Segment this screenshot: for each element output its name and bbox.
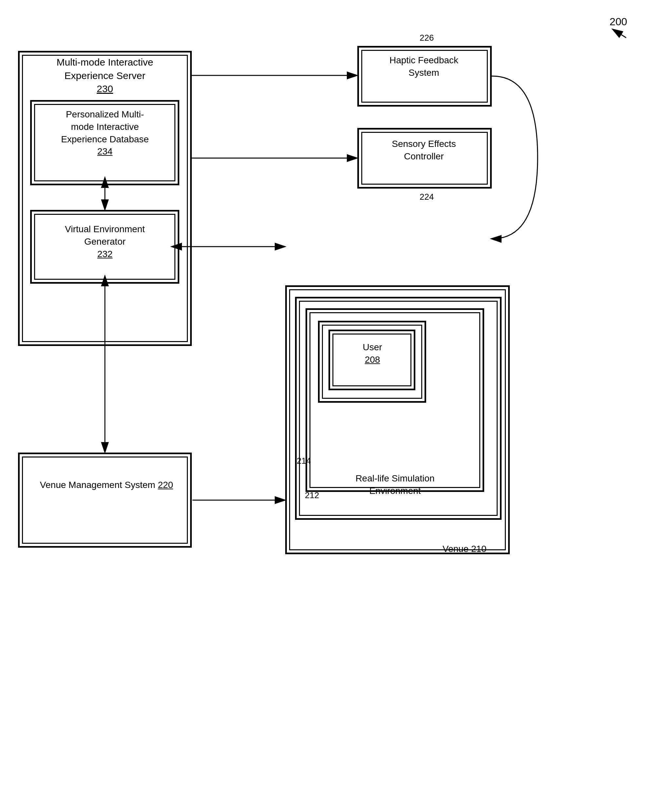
- diagram: 200 Multi-mode InteractiveExperience Ser…: [0, 0, 654, 812]
- haptic-label: Haptic FeedbackSystem: [360, 54, 488, 79]
- venue-mgmt-label: Venue Management System 220: [21, 479, 192, 491]
- real-life-label: Real-life SimulationEnvironment: [298, 472, 492, 497]
- ref-214: 214: [297, 456, 311, 466]
- svg-line-3: [613, 29, 626, 38]
- venue-mgmt-inner-border: [22, 457, 188, 544]
- ref-200-label: 200: [610, 16, 627, 28]
- database-label: Personalized Multi-mode InteractiveExper…: [33, 108, 177, 158]
- user-label: User208: [330, 341, 415, 366]
- ref-224: 224: [420, 192, 434, 202]
- veg-label: Virtual EnvironmentGenerator232: [33, 223, 177, 260]
- main-server-label: Multi-mode InteractiveExperience Server2…: [24, 56, 185, 96]
- ref-212: 212: [305, 490, 319, 500]
- ref-226: 226: [420, 33, 434, 43]
- venue-label: Venue 210: [443, 544, 486, 554]
- sensory-label: Sensory EffectsController: [360, 138, 488, 163]
